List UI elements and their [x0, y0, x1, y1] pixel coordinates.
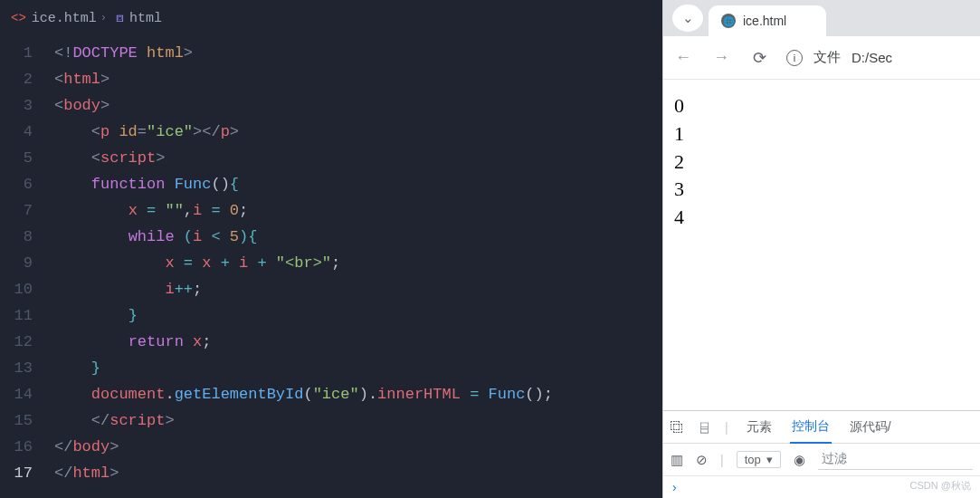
eye-icon[interactable]: ◉ — [794, 452, 805, 468]
output-line: 4 — [674, 204, 969, 232]
info-icon[interactable]: i — [786, 50, 803, 66]
globe-icon: 🌐 — [721, 14, 736, 28]
breadcrumb[interactable]: <> ice.html › ⧈ html — [0, 0, 662, 36]
line-number[interactable]: 7 — [0, 197, 33, 224]
output-line: 0 — [674, 92, 969, 120]
line-number[interactable]: 12 — [0, 329, 33, 355]
breadcrumb-symbol[interactable]: html — [129, 11, 162, 26]
watermark: CSDN @秋说 — [910, 479, 971, 493]
filter-input[interactable]: 过滤 — [818, 449, 973, 470]
clear-console-icon[interactable]: ⊘ — [696, 452, 708, 468]
line-number[interactable]: 11 — [0, 302, 33, 329]
line-number[interactable]: 4 — [0, 119, 33, 145]
browser-tab[interactable]: 🌐 ice.html — [709, 5, 826, 36]
tab-console[interactable]: 控制台 — [790, 411, 832, 444]
inspect-icon[interactable]: ⿻ — [671, 419, 684, 435]
line-number[interactable]: 16 — [0, 434, 33, 460]
breadcrumb-file[interactable]: ice.html — [32, 11, 97, 26]
file-icon: <> — [11, 11, 26, 25]
line-number[interactable]: 5 — [0, 145, 33, 171]
line-number[interactable]: 13 — [0, 355, 33, 381]
back-button[interactable]: ← — [672, 48, 694, 67]
line-number[interactable]: 14 — [0, 381, 33, 407]
tab-strip: ⌄ 🌐 ice.html — [663, 0, 980, 36]
forward-button[interactable]: → — [710, 48, 732, 67]
tab-dropdown-button[interactable]: ⌄ — [672, 5, 703, 32]
browser-pane: ⌄ 🌐 ice.html ← → ⟳ i 文件 D:/Sec 0 1 2 3 4… — [662, 0, 980, 498]
line-number[interactable]: 2 — [0, 66, 33, 92]
devtools-tabs: ⿻ ⌸ | 元素 控制台 源代码/ — [663, 411, 980, 444]
line-gutter: 1 2 3 4 5 6 7 8 9 10 11 12 13 14 15 16 1… — [0, 36, 45, 498]
sidebar-toggle-icon[interactable]: ▥ — [671, 452, 683, 468]
code-area[interactable]: <!DOCTYPE html><html><body> <p id="ice">… — [45, 36, 662, 498]
address-field[interactable]: i 文件 D:/Sec — [786, 49, 892, 66]
code-body: 1 2 3 4 5 6 7 8 9 10 11 12 13 14 15 16 1… — [0, 36, 662, 498]
caret-down-icon: ▾ — [766, 453, 773, 466]
output-line: 2 — [674, 148, 969, 177]
line-number[interactable]: 6 — [0, 171, 33, 197]
address-path: D:/Sec — [852, 50, 892, 65]
context-selector[interactable]: top ▾ — [737, 451, 781, 468]
line-number[interactable]: 15 — [0, 407, 33, 434]
code-editor-pane: <> ice.html › ⧈ html 1 2 3 4 5 6 7 8 9 1… — [0, 0, 662, 498]
tab-sources[interactable]: 源代码/ — [848, 419, 893, 436]
line-number[interactable]: 1 — [0, 40, 33, 66]
address-label: 文件 — [813, 49, 841, 66]
chevron-right-icon: › — [100, 12, 107, 24]
output-line: 1 — [674, 120, 969, 148]
tab-elements[interactable]: 元素 — [745, 419, 774, 436]
line-number[interactable]: 17 — [0, 460, 33, 486]
tab-title: ice.html — [743, 14, 786, 28]
reload-button[interactable]: ⟳ — [748, 48, 770, 68]
line-number[interactable]: 8 — [0, 224, 33, 250]
line-number[interactable]: 9 — [0, 250, 33, 276]
address-bar: ← → ⟳ i 文件 D:/Sec — [663, 36, 980, 80]
line-number[interactable]: 3 — [0, 92, 33, 119]
devtools-toolbar: ▥ ⊘ | top ▾ ◉ 过滤 — [663, 444, 980, 476]
cube-icon: ⧈ — [116, 11, 124, 25]
device-icon[interactable]: ⌸ — [700, 419, 709, 435]
page-content: 0 1 2 3 4 — [663, 80, 980, 410]
line-number[interactable]: 10 — [0, 276, 33, 302]
output-line: 3 — [674, 176, 969, 204]
